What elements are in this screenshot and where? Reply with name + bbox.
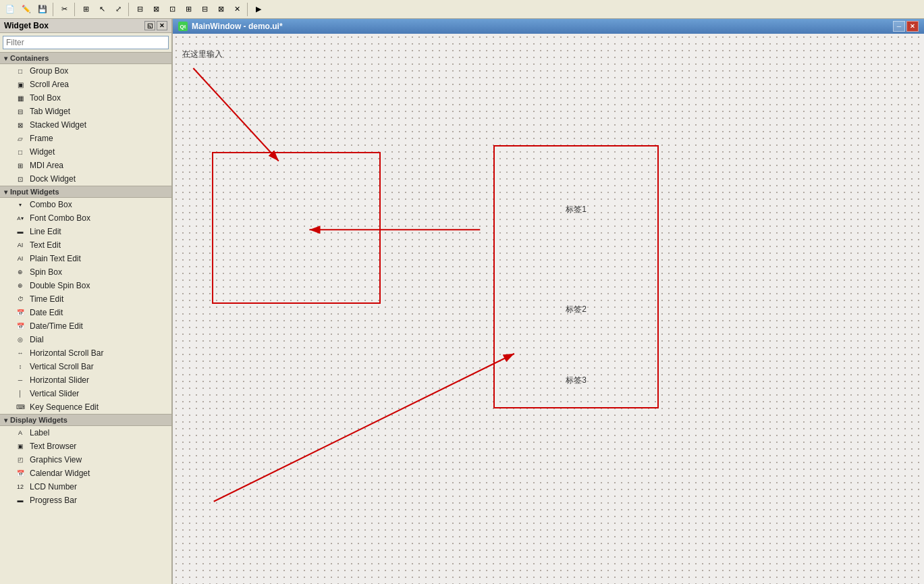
item-vertical-slider[interactable]: │ Vertical Slider bbox=[0, 387, 171, 400]
toolbar-sep3 bbox=[128, 3, 130, 16]
toolbar-layout-h[interactable]: ⊟ bbox=[132, 2, 147, 17]
svg-line-3 bbox=[214, 354, 514, 502]
spin-box-icon: ⊕ bbox=[15, 267, 26, 277]
widget-list: Containers □ Group Box ▣ Scroll Area ▦ T… bbox=[0, 52, 171, 584]
item-mdi-area[interactable]: ⊞ MDI Area bbox=[0, 159, 171, 172]
stacked-widget-icon: ⊠ bbox=[15, 120, 26, 130]
item-datetime-edit[interactable]: 📅 Date/Time Edit bbox=[0, 319, 171, 333]
toolbar-move[interactable]: ⤢ bbox=[111, 2, 126, 17]
date-edit-icon: 📅 bbox=[15, 307, 26, 318]
toolbar-sep2 bbox=[74, 3, 76, 16]
item-label[interactable]: A Label bbox=[0, 426, 171, 440]
item-lcd-number[interactable]: 12 LCD Number bbox=[0, 480, 171, 494]
dial-icon: ◎ bbox=[15, 334, 26, 345]
item-line-edit[interactable]: ▬ Line Edit bbox=[0, 225, 171, 238]
item-frame[interactable]: ▱ Frame bbox=[0, 132, 171, 145]
combo-box-icon: ▾ bbox=[15, 199, 26, 210]
widget-box: Widget Box ◱ ✕ Containers □ Group Box ▣ … bbox=[0, 19, 173, 584]
key-sequence-edit-icon: ⌨ bbox=[15, 402, 26, 413]
toolbar-cut[interactable]: ✂ bbox=[57, 2, 72, 17]
toolbar-layout-g[interactable]: ⊞ bbox=[181, 2, 196, 17]
frame-icon: ▱ bbox=[15, 133, 26, 144]
text-browser-icon: ▣ bbox=[15, 441, 26, 452]
item-stacked-widget[interactable]: ⊠ Stacked Widget bbox=[0, 118, 171, 132]
double-spin-box-icon: ⊕ bbox=[15, 280, 26, 291]
toolbar-layout-v[interactable]: ⊠ bbox=[148, 2, 163, 17]
widget-box-title-buttons: ◱ ✕ bbox=[144, 21, 167, 30]
main-area: Qt MainWindow - demo.ui* ─ ✕ 在这里输入 标签1 标… bbox=[173, 19, 924, 584]
widget-box-undock[interactable]: ◱ bbox=[144, 21, 155, 30]
item-date-edit[interactable]: 📅 Date Edit bbox=[0, 306, 171, 319]
canvas-label-1: 标签1 bbox=[566, 204, 587, 215]
svg-line-1 bbox=[193, 68, 278, 161]
item-spin-box[interactable]: ⊕ Spin Box bbox=[0, 265, 171, 279]
canvas-area[interactable]: 在这里输入 标签1 标签2 标签3 bbox=[173, 34, 924, 584]
qt-logo: Qt bbox=[178, 22, 188, 31]
item-graphics-view[interactable]: ◰ Graphics View bbox=[0, 453, 171, 467]
item-font-combo-box[interactable]: A▾ Font Combo Box bbox=[0, 211, 171, 225]
toolbar-layout-s[interactable]: ⊡ bbox=[165, 2, 180, 17]
plain-text-edit-icon: AI bbox=[15, 253, 26, 264]
widget-icon: □ bbox=[15, 147, 26, 157]
toolbar-break[interactable]: ✕ bbox=[229, 2, 244, 17]
scroll-area-icon: ▣ bbox=[15, 79, 26, 90]
item-scroll-area[interactable]: ▣ Scroll Area bbox=[0, 78, 171, 91]
label-icon: A bbox=[15, 427, 26, 438]
toolbar-new[interactable]: 📄 bbox=[3, 2, 18, 17]
item-combo-box[interactable]: ▾ Combo Box bbox=[0, 198, 171, 211]
widget-box-close[interactable]: ✕ bbox=[157, 21, 167, 30]
item-tool-box[interactable]: ▦ Tool Box bbox=[0, 91, 171, 105]
item-text-edit[interactable]: AI Text Edit bbox=[0, 238, 171, 252]
main-window-minimize[interactable]: ─ bbox=[893, 21, 905, 32]
progress-bar-icon: ▬ bbox=[15, 495, 26, 506]
item-vertical-scroll-bar[interactable]: ↕ Vertical Scroll Bar bbox=[0, 360, 171, 373]
widget-box-label: Widget Box bbox=[4, 21, 49, 30]
toolbar-edit[interactable]: ✏️ bbox=[19, 2, 34, 17]
filter-input[interactable] bbox=[3, 36, 169, 49]
canvas-widget-left[interactable] bbox=[212, 152, 381, 304]
toolbar-preview[interactable]: ▶ bbox=[251, 2, 266, 17]
item-horizontal-slider[interactable]: ─ Horizontal Slider bbox=[0, 373, 171, 387]
item-key-sequence-edit[interactable]: ⌨ Key Sequence Edit bbox=[0, 400, 171, 414]
toolbar-select[interactable]: ⊞ bbox=[78, 2, 93, 17]
text-edit-icon: AI bbox=[15, 240, 26, 250]
line-edit-icon: ▬ bbox=[15, 226, 26, 237]
item-tab-widget[interactable]: ⊟ Tab Widget bbox=[0, 105, 171, 118]
canvas-widget-right[interactable]: 标签1 标签2 标签3 bbox=[493, 145, 659, 408]
item-text-browser[interactable]: ▣ Text Browser bbox=[0, 440, 171, 453]
item-dock-widget[interactable]: ⊡ Dock Widget bbox=[0, 172, 171, 186]
toolbar-sep1 bbox=[53, 3, 54, 16]
toolbar-pointer[interactable]: ↖ bbox=[94, 2, 109, 17]
item-group-box[interactable]: □ Group Box bbox=[0, 64, 171, 78]
tab-widget-icon: ⊟ bbox=[15, 106, 26, 117]
dock-widget-icon: ⊡ bbox=[15, 174, 26, 184]
main-window-title-buttons: ─ ✕ bbox=[893, 21, 919, 32]
group-box-icon: □ bbox=[15, 65, 26, 76]
tool-box-icon: ▦ bbox=[15, 92, 26, 103]
font-combo-box-icon: A▾ bbox=[15, 213, 26, 223]
main-window-close[interactable]: ✕ bbox=[906, 21, 919, 32]
category-display-widgets[interactable]: Display Widgets bbox=[0, 414, 171, 426]
item-widget[interactable]: □ Widget bbox=[0, 145, 171, 159]
time-edit-icon: ⏱ bbox=[15, 294, 26, 304]
main-layout: Widget Box ◱ ✕ Containers □ Group Box ▣ … bbox=[0, 19, 924, 584]
toolbar-save[interactable]: 💾 bbox=[35, 2, 50, 17]
canvas-hint: 在这里输入 bbox=[182, 49, 223, 60]
category-containers[interactable]: Containers bbox=[0, 52, 171, 64]
item-horizontal-scroll-bar[interactable]: ↔ Horizontal Scroll Bar bbox=[0, 346, 171, 360]
widget-box-title: Widget Box ◱ ✕ bbox=[0, 19, 171, 33]
category-input-widgets[interactable]: Input Widgets bbox=[0, 186, 171, 198]
item-time-edit[interactable]: ⏱ Time Edit bbox=[0, 292, 171, 306]
toolbar-layout-b[interactable]: ⊠ bbox=[213, 2, 228, 17]
vertical-scroll-bar-icon: ↕ bbox=[15, 361, 26, 372]
item-plain-text-edit[interactable]: AI Plain Text Edit bbox=[0, 252, 171, 265]
toolbar-layout-f[interactable]: ⊟ bbox=[197, 2, 212, 17]
canvas-label-2: 标签2 bbox=[566, 304, 587, 315]
item-progress-bar[interactable]: ▬ Progress Bar bbox=[0, 494, 171, 507]
canvas-label-3: 标签3 bbox=[566, 375, 587, 386]
item-dial[interactable]: ◎ Dial bbox=[0, 333, 171, 346]
item-double-spin-box[interactable]: ⊕ Double Spin Box bbox=[0, 279, 171, 292]
item-calendar-widget[interactable]: 📅 Calendar Widget bbox=[0, 467, 171, 480]
toolbar-sep4 bbox=[247, 3, 248, 16]
graphics-view-icon: ◰ bbox=[15, 454, 26, 465]
